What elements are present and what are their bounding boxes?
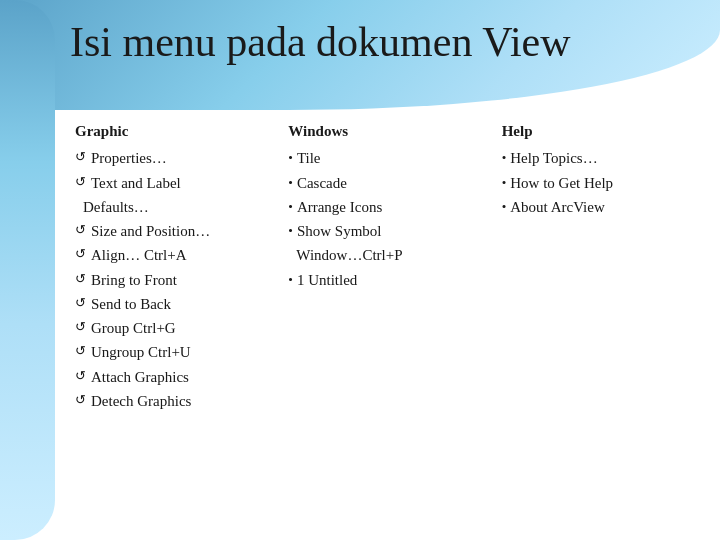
list-item: ↺ Group Ctrl+G (75, 317, 258, 340)
item-label: Size and Position… (91, 220, 210, 243)
bullet-icon: ↺ (75, 172, 86, 192)
windows-header: Windows (288, 120, 471, 143)
list-item: ↺ Send to Back (75, 293, 258, 316)
help-column: Help • Help Topics… • How to Get Help • … (487, 110, 700, 520)
page-title: Isi menu pada dokumen View (70, 18, 571, 66)
bullet-icon: • (502, 173, 507, 193)
bullet-icon: • (288, 173, 293, 193)
item-label: Show Symbol (297, 220, 382, 243)
graphic-header: Graphic (75, 120, 258, 143)
list-item: • Arrange Icons (288, 196, 471, 219)
item-label: About ArcView (510, 196, 605, 219)
list-item: • Cascade (288, 172, 471, 195)
item-label: Attach Graphics (91, 366, 189, 389)
item-label: How to Get Help (510, 172, 613, 195)
item-label: Cascade (297, 172, 347, 195)
bullet-icon: • (288, 270, 293, 290)
item-label: Ungroup Ctrl+U (91, 341, 191, 364)
list-item: Window…Ctrl+P (288, 244, 471, 267)
item-label: Properties… (91, 147, 167, 170)
list-item: ↺ Text and Label (75, 172, 258, 195)
bullet-icon: • (288, 148, 293, 168)
bullet-icon: ↺ (75, 220, 86, 240)
item-label: Text and Label (91, 172, 181, 195)
list-item: ↺ Bring to Front (75, 269, 258, 292)
item-label: Tile (297, 147, 321, 170)
list-item: ↺ Size and Position… (75, 220, 258, 243)
item-label: 1 Untitled (297, 269, 357, 292)
left-accent (0, 0, 55, 540)
item-label: Detech Graphics (91, 390, 191, 413)
list-item: • Show Symbol (288, 220, 471, 243)
bullet-icon: ↺ (75, 147, 86, 167)
item-label: Help Topics… (510, 147, 597, 170)
item-label: Arrange Icons (297, 196, 382, 219)
bullet-icon: • (502, 197, 507, 217)
item-label: Window…Ctrl+P (296, 244, 402, 267)
item-label: Defaults… (83, 196, 149, 219)
bullet-icon: ↺ (75, 293, 86, 313)
bullet-icon: • (502, 148, 507, 168)
help-header: Help (502, 120, 685, 143)
bullet-icon: ↺ (75, 317, 86, 337)
list-item: ↺ Align… Ctrl+A (75, 244, 258, 267)
windows-column: Windows • Tile • Cascade • Arrange Icons… (273, 110, 486, 520)
bullet-icon: ↺ (75, 269, 86, 289)
list-item: ↺ Attach Graphics (75, 366, 258, 389)
graphic-column: Graphic ↺ Properties… ↺ Text and Label D… (60, 110, 273, 520)
content-area: Graphic ↺ Properties… ↺ Text and Label D… (60, 110, 700, 520)
list-item: • How to Get Help (502, 172, 685, 195)
list-item: • Help Topics… (502, 147, 685, 170)
item-label: Send to Back (91, 293, 171, 316)
bullet-icon: ↺ (75, 341, 86, 361)
bullet-icon: • (288, 197, 293, 217)
list-item: • Tile (288, 147, 471, 170)
bullet-icon: ↺ (75, 366, 86, 386)
item-label: Group Ctrl+G (91, 317, 176, 340)
item-label: Bring to Front (91, 269, 177, 292)
item-label: Align… Ctrl+A (91, 244, 187, 267)
list-item: ↺ Detech Graphics (75, 390, 258, 413)
list-item: • About ArcView (502, 196, 685, 219)
list-item: Defaults… (75, 196, 258, 219)
list-item: ↺ Ungroup Ctrl+U (75, 341, 258, 364)
list-item: ↺ Properties… (75, 147, 258, 170)
bullet-icon: • (288, 221, 293, 241)
list-item: • 1 Untitled (288, 269, 471, 292)
bullet-icon: ↺ (75, 244, 86, 264)
bullet-icon: ↺ (75, 390, 86, 410)
